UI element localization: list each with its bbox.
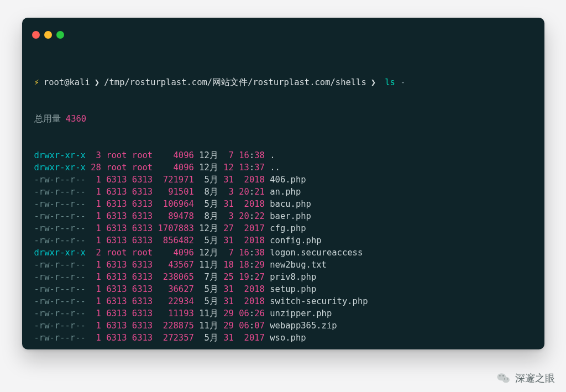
listing-row: -rw-r--r-- 1 6313 6313 89478 8月 3 20:22 … [34,210,532,222]
chevron-icon: ❯ [371,76,376,88]
svg-point-2 [499,375,500,377]
prompt-path: /tmp/rosturplast.com/网站文件/rosturplast.co… [104,76,366,88]
wechat-icon [496,371,511,385]
total-label: 总用量 [34,114,66,124]
svg-point-3 [502,375,504,377]
listing-row: drwxr-xr-x 3 root root 4096 12月 7 16:38 … [34,149,532,161]
svg-point-1 [502,377,510,383]
command-flags: - [395,76,406,88]
listing-row: -rw-r--r-- 1 6313 6313 43567 11月 18 18:2… [34,259,532,271]
listing-row: -rw-r--r-- 1 6313 6313 106964 5月 31 2018… [34,198,532,210]
total-line: 总用量 4360 [34,113,532,125]
watermark: 深邃之眼 [496,371,555,385]
listing-row: -rw-r--r-- 1 6313 6313 36627 5月 31 2018 … [34,283,532,295]
window-maximize-button[interactable] [56,31,64,39]
terminal-window: ⚡ root@kali ❯ /tmp/rosturplast.com/网站文件/… [22,18,544,349]
listing-row: -rw-r--r-- 1 6313 6313 856482 5月 31 2018… [34,234,532,247]
listing-row: -rw-r--r-- 1 6313 6313 11193 11月 29 06:2… [34,307,532,320]
listing-row: -rw-r--r-- 1 6313 6313 721971 5月 31 2018… [34,174,532,186]
bolt-icon: ⚡ [34,76,39,88]
listing-row: -rw-r--r-- 1 6313 6313 22934 5月 31 2018 … [34,295,532,307]
chevron-icon: ❯ [95,76,99,88]
file-listing: drwxr-xr-x 3 root root 4096 12月 7 16:38 … [34,149,532,344]
svg-point-5 [507,379,508,380]
listing-row: -rw-r--r-- 1 6313 6313 238065 7月 25 19:2… [34,271,532,283]
window-close-button[interactable] [32,31,40,39]
listing-row: -rw-r--r-- 1 6313 6313 1707883 12月 27 20… [34,222,532,234]
listing-row: -rw-r--r-- 1 6313 6313 272357 5月 31 2017… [34,332,532,344]
listing-row: -rw-r--r-- 1 6313 6313 91501 8月 3 20:21 … [34,186,532,198]
total-value: 4360 [66,114,86,124]
command-text: ls [385,76,395,88]
prompt-user-host: root@kali [44,76,90,88]
listing-row: -rw-r--r-- 1 6313 6313 228875 11月 29 06:… [34,320,532,332]
watermark-text: 深邃之眼 [515,372,555,385]
window-titlebar [22,18,544,44]
listing-row: drwxr-xr-x 28 root root 4096 12月 12 13:3… [34,161,532,174]
svg-point-4 [504,379,505,380]
terminal-output[interactable]: ⚡ root@kali ❯ /tmp/rosturplast.com/网站文件/… [22,44,544,378]
window-minimize-button[interactable] [44,31,52,39]
listing-row: drwxr-xr-x 2 root root 4096 12月 7 16:38 … [34,247,532,259]
prompt-line: ⚡ root@kali ❯ /tmp/rosturplast.com/网站文件/… [34,76,532,88]
